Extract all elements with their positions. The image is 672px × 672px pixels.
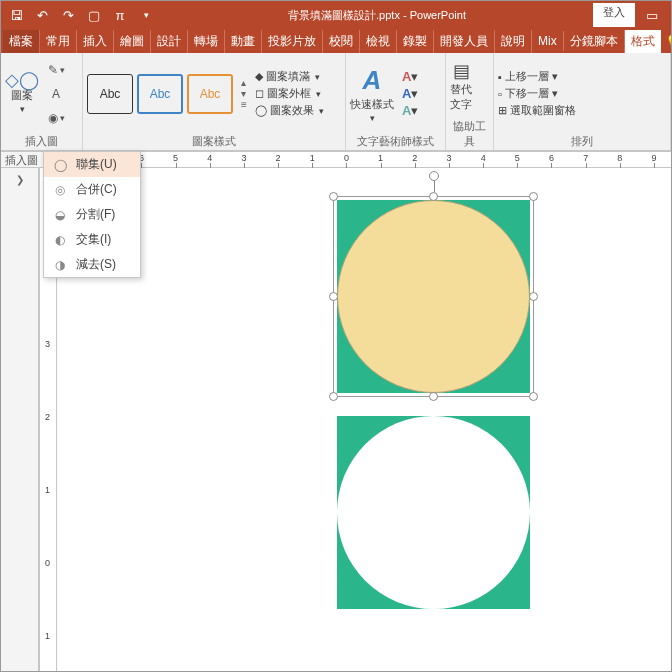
- tab-record[interactable]: 錄製: [397, 30, 434, 53]
- shapes-tools: ✎ A ◉: [45, 60, 67, 128]
- edit-shape-button[interactable]: ✎: [45, 60, 67, 80]
- tab-slideshow[interactable]: 投影片放: [262, 30, 323, 53]
- menu-combine[interactable]: ◎合併(C): [44, 177, 140, 202]
- resize-handle[interactable]: [529, 192, 538, 201]
- text-box-button[interactable]: A: [45, 84, 67, 104]
- ribbon-tabs: 檔案 常用 插入 繪圖 設計 轉場 動畫 投影片放 校閱 檢視 錄製 開發人員 …: [1, 29, 671, 53]
- filename: 背景填滿圖樣設計.pptx: [288, 9, 400, 21]
- rotate-handle[interactable]: [429, 171, 439, 181]
- effects-label: 圖案效果: [270, 103, 314, 118]
- subtracted-shape[interactable]: [337, 416, 530, 609]
- selected-shape-group[interactable]: [337, 200, 530, 393]
- fragment-label: 分割(F): [76, 206, 115, 223]
- resize-handle[interactable]: [429, 192, 438, 201]
- style-gallery-more[interactable]: ▴▾≡: [241, 77, 247, 110]
- resize-handle[interactable]: [529, 292, 538, 301]
- selection-outline: [333, 196, 534, 397]
- text-effects-button[interactable]: A▾: [402, 103, 418, 118]
- alt-text-label: 替代 文字: [450, 82, 472, 112]
- menu-intersect[interactable]: ◐交集(I): [44, 227, 140, 252]
- union-label: 聯集(U): [76, 156, 117, 173]
- save-icon[interactable]: 🖫: [7, 6, 25, 24]
- tab-draw[interactable]: 繪圖: [114, 30, 151, 53]
- shape-effects-button[interactable]: ◯ 圖案效果: [255, 103, 324, 118]
- tab-transitions[interactable]: 轉場: [188, 30, 225, 53]
- text-fill-button[interactable]: A▾: [402, 69, 418, 84]
- selection-pane-button[interactable]: ⊞ 選取範圍窗格: [498, 103, 576, 118]
- title-bar: 🖫 ↶ ↷ ▢ π ▾ 背景填滿圖樣設計.pptx - PowerPoint 登…: [1, 1, 671, 29]
- group-accessibility: ▤ 替代 文字 協助工具: [446, 53, 494, 150]
- tab-format[interactable]: 格式: [625, 30, 661, 53]
- resize-handle[interactable]: [329, 392, 338, 401]
- shapes-label: 圖案: [11, 88, 33, 103]
- intersect-label: 交集(I): [76, 231, 111, 248]
- tab-home[interactable]: 常用: [40, 30, 77, 53]
- bring-fwd-label: 上移一層: [505, 69, 549, 84]
- insert-shapes-label: 插入圖: [1, 151, 43, 168]
- tab-mix[interactable]: Mix: [532, 31, 564, 51]
- ribbon-display-icon[interactable]: ▭: [637, 3, 667, 27]
- menu-subtract[interactable]: ◑減去(S): [44, 252, 140, 277]
- shapes-gallery-button[interactable]: ◇◯ 圖案 ▾: [5, 73, 39, 114]
- tab-view[interactable]: 檢視: [360, 30, 397, 53]
- tab-design[interactable]: 設計: [151, 30, 188, 53]
- thumbnail-panel[interactable]: ❯: [1, 168, 39, 671]
- style-preset-3[interactable]: Abc: [187, 74, 233, 114]
- group-label: 圖案樣式: [87, 132, 341, 150]
- resize-handle[interactable]: [329, 192, 338, 201]
- window-title: 背景填滿圖樣設計.pptx - PowerPoint: [161, 8, 593, 23]
- send-backward-button[interactable]: ▫ 下移一層 ▾: [498, 86, 576, 101]
- group-wordart-styles: A 快速樣式 ▾ A▾ A▾ A▾ 文字藝術師樣式: [346, 53, 446, 150]
- group-shape-styles: Abc Abc Abc ▴▾≡ ◆ 圖案填滿 ◻ 圖案外框 ◯ 圖案效果 圖案樣…: [83, 53, 346, 150]
- resize-handle[interactable]: [529, 392, 538, 401]
- group-label: 排列: [498, 132, 666, 150]
- text-outline-button[interactable]: A▾: [402, 86, 418, 101]
- merge-shapes-button[interactable]: ◉: [45, 108, 67, 128]
- bring-forward-button[interactable]: ▪ 上移一層 ▾: [498, 69, 576, 84]
- tab-animations[interactable]: 動畫: [225, 30, 262, 53]
- alt-text-icon: ▤: [453, 60, 470, 82]
- fragment-icon: ◒: [52, 207, 68, 223]
- menu-union[interactable]: ◯聯集(U): [44, 152, 140, 177]
- style-preset-2[interactable]: Abc: [137, 74, 183, 114]
- group-label: 插入圖: [5, 132, 78, 150]
- horizontal-ruler: 876543210123456789: [56, 151, 671, 168]
- resize-handle[interactable]: [329, 292, 338, 301]
- shape-fill-button[interactable]: ◆ 圖案填滿: [255, 69, 324, 84]
- login-button[interactable]: 登入: [593, 3, 635, 27]
- style-preset-1[interactable]: Abc: [87, 74, 133, 114]
- merge-shapes-menu: ◯聯集(U) ◎合併(C) ◒分割(F) ◐交集(I) ◑減去(S): [43, 151, 141, 278]
- tab-file[interactable]: 檔案: [3, 30, 40, 53]
- tab-storyboard[interactable]: 分鏡腳本: [564, 30, 625, 53]
- wordart-a-icon: A: [363, 65, 382, 96]
- group-label: 協助工具: [450, 117, 489, 150]
- slide-canvas[interactable]: [57, 168, 671, 671]
- app-name: PowerPoint: [410, 9, 466, 21]
- qat-more-icon[interactable]: ▾: [137, 6, 155, 24]
- menu-fragment[interactable]: ◒分割(F): [44, 202, 140, 227]
- circle-cutout: [337, 416, 530, 609]
- group-insert-shapes: ◇◯ 圖案 ▾ ✎ A ◉ 插入圖: [1, 53, 83, 150]
- chevron-down-icon: ▾: [20, 104, 25, 114]
- shape-outline-button[interactable]: ◻ 圖案外框: [255, 86, 324, 101]
- redo-icon[interactable]: ↷: [59, 6, 77, 24]
- subtract-label: 減去(S): [76, 256, 116, 273]
- group-label: 文字藝術師樣式: [350, 132, 441, 150]
- tell-me-icon[interactable]: 💡: [665, 34, 672, 49]
- union-icon: ◯: [52, 157, 68, 173]
- tab-help[interactable]: 說明: [495, 30, 532, 53]
- undo-icon[interactable]: ↶: [33, 6, 51, 24]
- title-right: 登入 ▭ —: [593, 3, 671, 27]
- tab-review[interactable]: 校閱: [323, 30, 360, 53]
- chevron-right-icon: ❯: [16, 174, 24, 671]
- combine-icon: ◎: [52, 182, 68, 198]
- equation-icon[interactable]: π: [111, 6, 129, 24]
- quick-access-toolbar: 🖫 ↶ ↷ ▢ π ▾: [1, 6, 161, 24]
- tab-developer[interactable]: 開發人員: [434, 30, 495, 53]
- quick-styles-button[interactable]: A 快速樣式 ▾: [350, 65, 394, 123]
- alt-text-button[interactable]: ▤ 替代 文字: [450, 60, 472, 112]
- tab-insert[interactable]: 插入: [77, 30, 114, 53]
- start-slideshow-icon[interactable]: ▢: [85, 6, 103, 24]
- resize-handle[interactable]: [429, 392, 438, 401]
- send-back-label: 下移一層: [505, 86, 549, 101]
